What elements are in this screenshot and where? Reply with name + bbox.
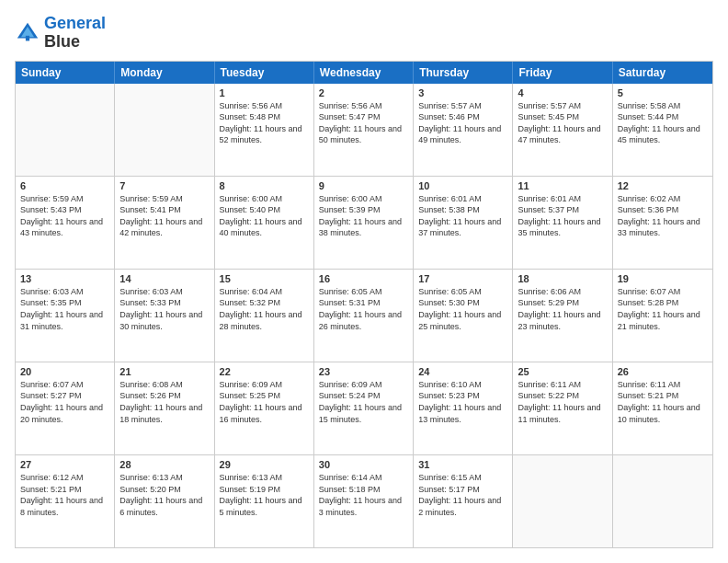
calendar-cell: 6Sunrise: 5:59 AM Sunset: 5:43 PM Daylig… (16, 177, 115, 269)
day-info: Sunrise: 6:11 AM Sunset: 5:21 PM Dayligh… (618, 379, 708, 425)
calendar-cell: 10Sunrise: 6:01 AM Sunset: 5:38 PM Dayli… (414, 177, 513, 269)
day-number: 20 (20, 366, 109, 377)
day-info: Sunrise: 5:59 AM Sunset: 5:43 PM Dayligh… (20, 193, 109, 239)
logo-text: General Blue (44, 15, 106, 52)
day-info: Sunrise: 6:07 AM Sunset: 5:28 PM Dayligh… (618, 286, 708, 332)
day-info: Sunrise: 5:57 AM Sunset: 5:45 PM Dayligh… (518, 100, 607, 146)
day-number: 28 (119, 459, 209, 470)
calendar-cell: 3Sunrise: 5:57 AM Sunset: 5:46 PM Daylig… (414, 84, 513, 176)
day-number: 3 (418, 87, 507, 98)
day-info: Sunrise: 6:13 AM Sunset: 5:19 PM Dayligh… (220, 472, 309, 518)
header: General Blue (15, 15, 713, 52)
calendar-cell: 15Sunrise: 6:04 AM Sunset: 5:32 PM Dayli… (215, 270, 314, 362)
day-info: Sunrise: 6:04 AM Sunset: 5:32 PM Dayligh… (220, 286, 309, 332)
calendar-cell (513, 455, 612, 547)
calendar-cell: 16Sunrise: 6:05 AM Sunset: 5:31 PM Dayli… (314, 270, 414, 362)
day-number: 15 (220, 273, 309, 284)
calendar-cell: 31Sunrise: 6:15 AM Sunset: 5:17 PM Dayli… (414, 455, 513, 547)
weekday-header: Sunday (16, 62, 115, 84)
page: General Blue SundayMondayTuesdayWednesda… (0, 0, 728, 563)
day-info: Sunrise: 6:13 AM Sunset: 5:20 PM Dayligh… (119, 472, 209, 518)
day-number: 10 (418, 180, 507, 191)
day-info: Sunrise: 6:00 AM Sunset: 5:39 PM Dayligh… (319, 193, 408, 239)
day-number: 6 (20, 180, 109, 191)
calendar-cell: 14Sunrise: 6:03 AM Sunset: 5:33 PM Dayli… (115, 270, 214, 362)
calendar-cell: 5Sunrise: 5:58 AM Sunset: 5:44 PM Daylig… (613, 84, 712, 176)
day-number: 17 (418, 273, 507, 284)
calendar-row: 1Sunrise: 5:56 AM Sunset: 5:48 PM Daylig… (16, 84, 712, 177)
day-info: Sunrise: 5:57 AM Sunset: 5:46 PM Dayligh… (418, 100, 507, 146)
calendar-body: 1Sunrise: 5:56 AM Sunset: 5:48 PM Daylig… (16, 84, 712, 547)
day-number: 5 (618, 87, 708, 98)
weekday-header: Thursday (414, 62, 513, 84)
day-number: 22 (220, 366, 309, 377)
calendar-row: 6Sunrise: 5:59 AM Sunset: 5:43 PM Daylig… (16, 177, 712, 270)
day-info: Sunrise: 6:09 AM Sunset: 5:24 PM Dayligh… (319, 379, 408, 425)
day-info: Sunrise: 6:08 AM Sunset: 5:26 PM Dayligh… (119, 379, 209, 425)
day-number: 4 (518, 87, 607, 98)
day-number: 21 (119, 366, 209, 377)
day-number: 11 (518, 180, 607, 191)
calendar-cell: 1Sunrise: 5:56 AM Sunset: 5:48 PM Daylig… (215, 84, 314, 176)
day-number: 27 (20, 459, 109, 470)
calendar-cell (115, 84, 214, 176)
day-info: Sunrise: 6:05 AM Sunset: 5:30 PM Dayligh… (418, 286, 507, 332)
day-number: 23 (319, 366, 408, 377)
calendar-cell: 19Sunrise: 6:07 AM Sunset: 5:28 PM Dayli… (613, 270, 712, 362)
calendar-row: 13Sunrise: 6:03 AM Sunset: 5:35 PM Dayli… (16, 270, 712, 362)
day-info: Sunrise: 5:59 AM Sunset: 5:41 PM Dayligh… (119, 193, 209, 239)
logo: General Blue (15, 15, 106, 52)
logo-icon (15, 20, 40, 46)
calendar-cell: 2Sunrise: 5:56 AM Sunset: 5:47 PM Daylig… (314, 84, 414, 176)
day-number: 2 (319, 87, 408, 98)
day-number: 24 (418, 366, 507, 377)
calendar-cell (16, 84, 115, 176)
day-info: Sunrise: 6:09 AM Sunset: 5:25 PM Dayligh… (220, 379, 309, 425)
day-number: 26 (618, 366, 708, 377)
calendar-cell: 18Sunrise: 6:06 AM Sunset: 5:29 PM Dayli… (513, 270, 612, 362)
day-number: 8 (220, 180, 309, 191)
calendar-cell: 26Sunrise: 6:11 AM Sunset: 5:21 PM Dayli… (613, 362, 712, 454)
day-number: 13 (20, 273, 109, 284)
svg-rect-2 (26, 36, 29, 41)
calendar-cell: 7Sunrise: 5:59 AM Sunset: 5:41 PM Daylig… (115, 177, 214, 269)
day-info: Sunrise: 6:06 AM Sunset: 5:29 PM Dayligh… (518, 286, 607, 332)
day-info: Sunrise: 6:01 AM Sunset: 5:38 PM Dayligh… (418, 193, 507, 239)
calendar-cell: 17Sunrise: 6:05 AM Sunset: 5:30 PM Dayli… (414, 270, 513, 362)
calendar-cell: 4Sunrise: 5:57 AM Sunset: 5:45 PM Daylig… (513, 84, 612, 176)
calendar-header: SundayMondayTuesdayWednesdayThursdayFrid… (16, 62, 712, 84)
calendar-cell: 30Sunrise: 6:14 AM Sunset: 5:18 PM Dayli… (314, 455, 414, 547)
calendar-cell: 23Sunrise: 6:09 AM Sunset: 5:24 PM Dayli… (314, 362, 414, 454)
day-info: Sunrise: 5:56 AM Sunset: 5:48 PM Dayligh… (220, 100, 309, 146)
calendar-cell: 21Sunrise: 6:08 AM Sunset: 5:26 PM Dayli… (115, 362, 214, 454)
day-info: Sunrise: 5:56 AM Sunset: 5:47 PM Dayligh… (319, 100, 408, 146)
calendar-cell: 25Sunrise: 6:11 AM Sunset: 5:22 PM Dayli… (513, 362, 612, 454)
calendar-cell (613, 455, 712, 547)
day-number: 14 (119, 273, 209, 284)
day-number: 29 (220, 459, 309, 470)
weekday-header: Friday (513, 62, 612, 84)
weekday-header: Monday (115, 62, 214, 84)
day-info: Sunrise: 6:14 AM Sunset: 5:18 PM Dayligh… (319, 472, 408, 518)
calendar-cell: 29Sunrise: 6:13 AM Sunset: 5:19 PM Dayli… (215, 455, 314, 547)
calendar-row: 20Sunrise: 6:07 AM Sunset: 5:27 PM Dayli… (16, 362, 712, 455)
day-info: Sunrise: 6:05 AM Sunset: 5:31 PM Dayligh… (319, 286, 408, 332)
day-info: Sunrise: 6:12 AM Sunset: 5:21 PM Dayligh… (20, 472, 109, 518)
weekday-header: Wednesday (314, 62, 414, 84)
day-number: 12 (618, 180, 708, 191)
day-info: Sunrise: 6:00 AM Sunset: 5:40 PM Dayligh… (220, 193, 309, 239)
calendar-cell: 9Sunrise: 6:00 AM Sunset: 5:39 PM Daylig… (314, 177, 414, 269)
day-info: Sunrise: 6:03 AM Sunset: 5:35 PM Dayligh… (20, 286, 109, 332)
day-info: Sunrise: 6:03 AM Sunset: 5:33 PM Dayligh… (119, 286, 209, 332)
calendar-cell: 27Sunrise: 6:12 AM Sunset: 5:21 PM Dayli… (16, 455, 115, 547)
day-number: 16 (319, 273, 408, 284)
day-number: 30 (319, 459, 408, 470)
calendar-row: 27Sunrise: 6:12 AM Sunset: 5:21 PM Dayli… (16, 455, 712, 547)
calendar-cell: 20Sunrise: 6:07 AM Sunset: 5:27 PM Dayli… (16, 362, 115, 454)
day-info: Sunrise: 5:58 AM Sunset: 5:44 PM Dayligh… (618, 100, 708, 146)
weekday-header: Saturday (613, 62, 712, 84)
day-number: 31 (418, 459, 507, 470)
day-info: Sunrise: 6:11 AM Sunset: 5:22 PM Dayligh… (518, 379, 607, 425)
day-info: Sunrise: 6:07 AM Sunset: 5:27 PM Dayligh… (20, 379, 109, 425)
calendar: SundayMondayTuesdayWednesdayThursdayFrid… (15, 61, 713, 548)
